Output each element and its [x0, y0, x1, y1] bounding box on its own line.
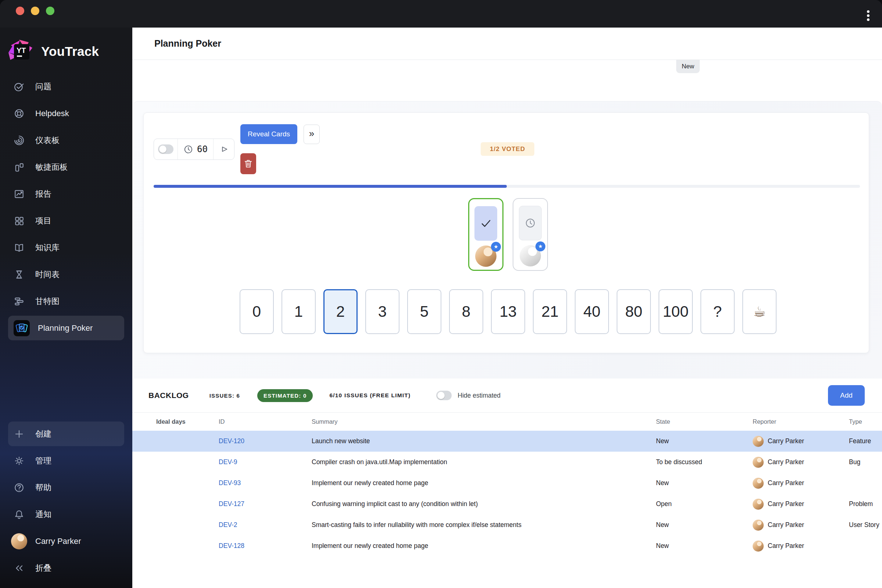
sidebar-item-项目[interactable]: 项目: [0, 207, 132, 234]
reporter-avatar: [753, 478, 764, 489]
kebab-menu-icon[interactable]: [866, 9, 871, 22]
backlog-title: BACKLOG: [148, 391, 189, 400]
table-row-DEV-2[interactable]: DEV-2Smart-casting fails to infer nullab…: [132, 514, 882, 536]
table-row-DEV-127[interactable]: DEV-127Confusing warning implicit cast t…: [132, 494, 882, 514]
sidebar-spacer: [0, 341, 132, 420]
sidebar: YT YouTrack 问题Helpdesk仪表板敏捷面板报告项目知识库时间表甘…: [0, 28, 132, 588]
sidebar-item-label: 时间表: [35, 269, 60, 280]
sidebar-item-通知[interactable]: 通知: [0, 501, 132, 528]
column-header-reporter[interactable]: Reporter: [753, 418, 849, 425]
deck-card-coffee[interactable]: ☕: [742, 289, 777, 334]
deck-card-2[interactable]: 2: [323, 289, 358, 334]
logo-text: YouTrack: [41, 44, 99, 59]
session-area: 60 Reveal Cards »: [133, 101, 882, 379]
gear-icon: [14, 455, 25, 466]
deck-card-21[interactable]: 21: [533, 289, 567, 334]
deck-card-80[interactable]: 80: [616, 289, 651, 334]
deck-card-40[interactable]: 40: [575, 289, 609, 334]
issues-count: ISSUES: 6: [210, 393, 240, 399]
sidebar-item-报告[interactable]: 报告: [0, 180, 132, 207]
sidebar-item-carry-parker[interactable]: Carry Parker: [0, 528, 132, 555]
deck-card-value: 21: [542, 303, 559, 321]
column-header-summary[interactable]: Summary: [312, 418, 656, 425]
deck-card-0[interactable]: 0: [240, 289, 274, 334]
deck-card-value: ?: [713, 303, 722, 321]
column-header-id[interactable]: ID: [219, 418, 312, 425]
issue-id-link[interactable]: DEV-120: [219, 437, 312, 445]
sidebar-item-帮助[interactable]: 帮助: [0, 474, 132, 501]
play-icon: [219, 144, 229, 154]
hide-estimated-toggle[interactable]: [436, 391, 452, 400]
sidebar-item-label: 项目: [35, 215, 51, 226]
issue-type: Problem: [849, 500, 882, 508]
hide-estimated-control[interactable]: Hide estimated: [436, 391, 501, 400]
hide-estimated-label: Hide estimated: [458, 392, 501, 399]
add-issue-button[interactable]: Add: [828, 385, 865, 406]
gantt-icon: [14, 296, 25, 307]
sidebar-item-label: 报告: [35, 189, 51, 200]
bell-icon: [14, 509, 25, 520]
issue-state: New: [656, 521, 753, 529]
timer-toggle[interactable]: [158, 144, 174, 154]
table-row-DEV-9[interactable]: DEV-9Compiler crash on java.util.Map imp…: [132, 452, 882, 472]
sidebar-item-管理[interactable]: 管理: [0, 447, 132, 474]
deck-card-value: 1: [294, 303, 303, 321]
participant-card-waiting: ★: [513, 198, 548, 271]
sidebar-item-helpdesk[interactable]: Helpdesk: [0, 100, 132, 127]
sidebar-item-label: Carry Parker: [35, 537, 81, 546]
sidebar-item-时间表[interactable]: 时间表: [0, 261, 132, 288]
deck-card-?[interactable]: ?: [700, 289, 735, 334]
deck-card-1[interactable]: 1: [282, 289, 316, 334]
sidebar-item-问题[interactable]: 问题: [0, 73, 132, 100]
sidebar-item-敏捷面板[interactable]: 敏捷面板: [0, 154, 132, 180]
reporter-avatar: [753, 457, 764, 468]
close-button[interactable]: [16, 7, 24, 15]
sidebar-item-知识库[interactable]: 知识库: [0, 234, 132, 261]
issue-summary: Compiler crash on java.util.Map implemen…: [312, 458, 656, 466]
table-row-DEV-120[interactable]: DEV-120Launch new websiteNewCarry Parker…: [132, 431, 882, 452]
issue-state: New: [656, 437, 753, 445]
reveal-cards-button[interactable]: Reveal Cards: [240, 124, 297, 144]
reporter-avatar: [753, 436, 764, 447]
delete-session-button[interactable]: [240, 153, 256, 174]
issue-id-link[interactable]: DEV-9: [219, 458, 312, 466]
sidebar-item-label: 敏捷面板: [35, 162, 68, 173]
issue-id-link[interactable]: DEV-128: [219, 542, 312, 550]
timer-start-button[interactable]: [213, 139, 234, 159]
deck-card-13[interactable]: 13: [491, 289, 525, 334]
backlog-table-body: DEV-120Launch new websiteNewCarry Parker…: [132, 431, 882, 556]
column-header-state[interactable]: State: [656, 418, 753, 425]
column-header-ideal-days[interactable]: Ideal days: [156, 418, 219, 425]
timer-value-cell[interactable]: 60: [177, 139, 213, 159]
column-header-type[interactable]: Type: [849, 418, 882, 425]
backlog-section: BACKLOG ISSUES: 6 ESTIMATED: 0 6/10 ISSU…: [132, 378, 882, 588]
sidebar-item-label: 问题: [35, 81, 51, 92]
deck-card-value: 0: [252, 303, 261, 321]
sidebar-item-甘特图[interactable]: 甘特图: [0, 288, 132, 315]
reporter-avatar: [753, 541, 764, 552]
table-row-DEV-93[interactable]: DEV-93Implement our newly created home p…: [132, 472, 882, 494]
deck-card-3[interactable]: 3: [365, 289, 399, 334]
sidebar-item-label: 知识库: [35, 242, 60, 253]
deck-card-value: 100: [663, 303, 688, 321]
sidebar-item-planning-poker[interactable]: Planning Poker: [8, 316, 124, 340]
sidebar-item-创建[interactable]: 创建: [8, 422, 124, 446]
issue-id-link[interactable]: DEV-2: [219, 521, 312, 529]
issue-id-link[interactable]: DEV-93: [219, 479, 312, 487]
reporter-name: Carry Parker: [768, 479, 804, 487]
timer-control-group: 60: [154, 138, 234, 160]
minimize-button[interactable]: [31, 7, 39, 15]
table-row-DEV-128[interactable]: DEV-128Implement our newly created home …: [132, 536, 882, 556]
sidebar-nav: 问题Helpdesk仪表板敏捷面板报告项目知识库时间表甘特图 Planning …: [0, 73, 132, 341]
zoom-button[interactable]: [46, 7, 54, 15]
issue-state: Open: [656, 500, 753, 508]
sidebar-item-折叠[interactable]: 折叠: [0, 555, 132, 581]
issue-id-link[interactable]: DEV-127: [219, 500, 312, 508]
page-title: Planning Poker: [154, 38, 221, 49]
reporter-name: Carry Parker: [768, 542, 804, 550]
deck-card-5[interactable]: 5: [407, 289, 441, 334]
deck-card-100[interactable]: 100: [658, 289, 693, 334]
skip-button[interactable]: »: [303, 124, 320, 144]
deck-card-8[interactable]: 8: [449, 289, 483, 334]
sidebar-item-仪表板[interactable]: 仪表板: [0, 127, 132, 154]
